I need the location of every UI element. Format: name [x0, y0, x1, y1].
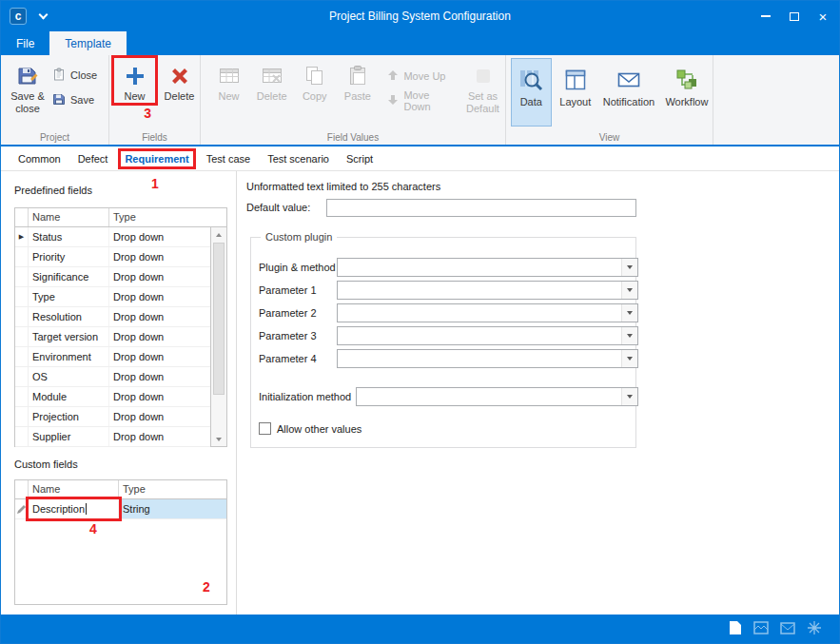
- tab-test-scenario[interactable]: Test scenario: [264, 151, 333, 166]
- table-row[interactable]: ▶ Status Drop down: [15, 227, 210, 247]
- view-layout-label: Layout: [559, 96, 591, 108]
- table-header: Name Type: [15, 480, 226, 499]
- new-value-button[interactable]: New: [208, 58, 249, 115]
- table-row[interactable]: Projection Drop down: [15, 407, 210, 427]
- scrollbar-thumb[interactable]: [213, 243, 225, 395]
- chevron-down-icon[interactable]: [621, 327, 637, 344]
- copy-button[interactable]: Copy: [294, 58, 335, 115]
- save-button[interactable]: Save: [52, 91, 97, 107]
- image-icon[interactable]: [753, 621, 769, 636]
- cell-name: Environment: [29, 347, 109, 366]
- ribbon-group-view: Data Layout Notification Workflow View: [506, 55, 713, 145]
- table-row[interactable]: Module Drop down: [15, 387, 210, 407]
- data-search-icon: [518, 64, 544, 96]
- cell-name: Significance: [29, 267, 109, 286]
- tab-common[interactable]: Common: [14, 151, 65, 166]
- move-up-button[interactable]: Move Up: [387, 68, 455, 84]
- mail-icon[interactable]: [780, 622, 795, 636]
- ribbon-filler: [713, 55, 839, 145]
- row-header-column: [15, 208, 29, 226]
- allow-other-values-checkbox[interactable]: [259, 422, 271, 435]
- parameter1-label: Parameter 1: [259, 284, 317, 296]
- custom-field-type-cell[interactable]: String: [119, 499, 226, 518]
- chevron-down-icon[interactable]: [621, 388, 637, 405]
- close-window-button[interactable]: ×: [809, 1, 837, 31]
- column-header-name[interactable]: Name: [29, 480, 119, 498]
- file-icon[interactable]: [729, 620, 742, 637]
- app-icon[interactable]: c: [10, 8, 27, 25]
- cell-name: Type: [29, 287, 109, 306]
- cell-type: Drop down: [109, 307, 210, 326]
- parameter1-combo[interactable]: [337, 281, 638, 300]
- text-caret: [86, 503, 87, 515]
- view-layout-button[interactable]: Layout: [555, 58, 596, 127]
- table-row[interactable]: Description 4 String: [15, 499, 226, 519]
- maximize-button[interactable]: [780, 1, 809, 31]
- app-icon-letter: c: [15, 10, 22, 23]
- tab-template-label: Template: [65, 37, 111, 50]
- tab-script[interactable]: Script: [342, 151, 377, 166]
- table-row[interactable]: Type Drop down: [15, 287, 210, 307]
- tab-template[interactable]: Template: [49, 31, 127, 55]
- vertical-scrollbar[interactable]: [210, 227, 226, 446]
- new-field-button[interactable]: New 3: [114, 58, 155, 103]
- view-data-button[interactable]: Data: [511, 58, 552, 127]
- set-as-default-button[interactable]: Set as Default: [460, 58, 505, 115]
- delete-value-button[interactable]: Delete: [251, 58, 292, 115]
- cell-name: Target version: [29, 327, 109, 346]
- table-row[interactable]: Supplier Drop down: [15, 427, 210, 447]
- cell-name: OS: [29, 367, 109, 386]
- parameter1-value: [338, 282, 621, 299]
- move-down-button[interactable]: Move Down: [387, 92, 455, 108]
- initialization-method-value: [357, 388, 621, 405]
- column-header-type[interactable]: Type: [119, 480, 226, 498]
- panel-divider: [236, 171, 237, 615]
- tab-test-case[interactable]: Test case: [203, 151, 254, 166]
- table-row[interactable]: Environment Drop down: [15, 347, 210, 367]
- parameter2-combo[interactable]: [337, 303, 638, 322]
- close-button[interactable]: Close: [52, 67, 97, 83]
- chevron-down-icon[interactable]: [39, 10, 49, 19]
- table-row[interactable]: OS Drop down: [15, 367, 210, 387]
- column-header-type[interactable]: Type: [109, 208, 226, 226]
- chevron-down-icon[interactable]: [621, 259, 637, 276]
- parameter4-combo[interactable]: [337, 349, 638, 368]
- plugin-method-combo[interactable]: [337, 258, 638, 277]
- chevron-down-icon[interactable]: [621, 304, 637, 322]
- tab-defect[interactable]: Defect: [74, 151, 112, 166]
- table-row[interactable]: Priority Drop down: [15, 247, 210, 267]
- column-header-name[interactable]: Name: [29, 208, 109, 226]
- table-row[interactable]: Resolution Drop down: [15, 307, 210, 327]
- parameter3-combo[interactable]: [337, 326, 638, 345]
- paste-button[interactable]: Paste: [337, 58, 378, 115]
- table-row[interactable]: Significance Drop down: [15, 267, 210, 287]
- snowflake-icon[interactable]: [807, 620, 822, 637]
- view-workflow-button[interactable]: Workflow: [661, 58, 713, 127]
- parameter2-label: Parameter 2: [259, 307, 317, 319]
- table-row[interactable]: Target version Drop down: [15, 327, 210, 347]
- chevron-down-icon[interactable]: [621, 282, 637, 299]
- default-value-input[interactable]: [326, 199, 636, 217]
- chevron-down-icon[interactable]: [621, 350, 637, 367]
- scroll-down-icon: [216, 438, 222, 441]
- save-close-label-line1: Save &: [10, 90, 44, 103]
- cell-type: Drop down: [109, 367, 210, 386]
- delete-field-button[interactable]: Delete: [159, 58, 200, 103]
- scroll-up-button[interactable]: [211, 227, 226, 242]
- minimize-button[interactable]: [752, 1, 780, 31]
- scroll-down-button[interactable]: [211, 432, 226, 446]
- annotation-step-1: 1: [151, 176, 159, 191]
- delete-x-icon: [168, 62, 191, 90]
- tab-requirement[interactable]: Requirement 1: [121, 151, 192, 166]
- tab-file[interactable]: File: [1, 31, 49, 55]
- custom-field-name-cell[interactable]: Description 4: [29, 499, 119, 518]
- custom-fields-heading: Custom fields: [14, 459, 78, 470]
- title-bar: c Project Billing System Configuration ×: [1, 1, 839, 31]
- parameter3-label: Parameter 3: [259, 330, 317, 342]
- arrow-down-icon: [387, 94, 399, 107]
- initialization-method-combo[interactable]: [356, 387, 638, 406]
- row-header-cell: [15, 287, 29, 306]
- tab-requirement-label: Requirement: [125, 153, 188, 165]
- view-notification-button[interactable]: Notification: [599, 58, 658, 127]
- save-and-close-button[interactable]: Save & close: [6, 58, 49, 115]
